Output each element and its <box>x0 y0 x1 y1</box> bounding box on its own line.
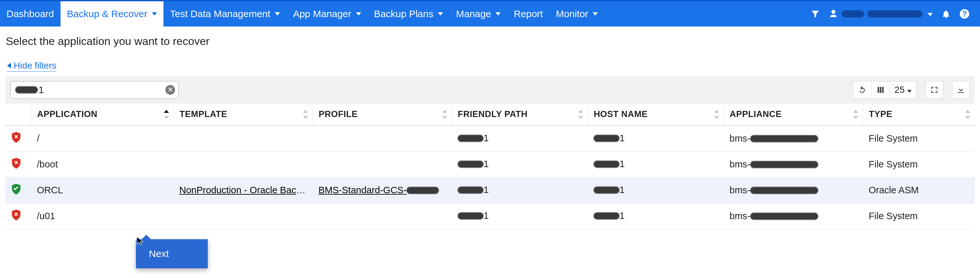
col-application[interactable]: APPLICATION <box>31 103 173 125</box>
nav-item-backup-plans[interactable]: Backup Plans <box>368 1 450 27</box>
col-appliance[interactable]: APPLIANCE <box>724 103 863 125</box>
col-friendly-path[interactable]: FRIENDLY PATH <box>452 103 588 125</box>
cell-type: File System <box>863 152 975 177</box>
cell-appliance: bms- <box>724 177 863 203</box>
nav-item-monitor[interactable]: Monitor <box>549 1 604 27</box>
help-icon[interactable]: ? <box>959 9 970 19</box>
nav-item-test-data-management[interactable]: Test Data Management <box>164 1 286 27</box>
cell-application: / <box>31 125 173 152</box>
cell-type: File System <box>863 203 975 229</box>
cell-host-name: 1 <box>588 125 724 152</box>
cell-application: /u01 <box>31 203 173 229</box>
refresh-button[interactable] <box>853 81 872 99</box>
cell-template <box>173 125 313 152</box>
cell-appliance: bms- <box>724 152 863 177</box>
page-title: Select the application you want to recov… <box>6 35 975 47</box>
cell-template <box>173 152 313 177</box>
col-host-name[interactable]: HOST NAME <box>588 103 724 125</box>
cell-type: Oracle ASM <box>863 177 975 203</box>
col-type[interactable]: TYPE <box>863 103 975 125</box>
cell-type: File System <box>863 125 975 152</box>
cell-host-name: 1 <box>588 152 724 177</box>
download-button[interactable] <box>952 81 970 99</box>
cell-host-name: 1 <box>588 177 724 203</box>
svg-text:?: ? <box>962 9 967 18</box>
page-size-select[interactable]: 25 <box>890 81 916 99</box>
nav-item-report[interactable]: Report <box>507 1 549 27</box>
shield-bad-icon <box>11 131 21 143</box>
clear-search-icon[interactable]: ✕ <box>165 85 175 95</box>
filter-icon[interactable] <box>810 9 820 19</box>
col-status[interactable] <box>5 103 31 125</box>
cell-template <box>173 203 313 229</box>
nav-item-dashboard[interactable]: Dashboard <box>0 1 60 27</box>
applications-table: APPLICATION TEMPLATE PROFILE FRIENDLY PA… <box>5 103 975 229</box>
chevron-left-icon <box>7 63 11 68</box>
cell-friendly-path: 1 <box>452 177 588 203</box>
shield-bad-icon <box>11 209 21 221</box>
cell-appliance: bms- <box>724 125 863 152</box>
nav-item-backup-recover[interactable]: Backup & Recover <box>60 1 164 27</box>
cell-template[interactable]: NonProduction - Oracle Back… <box>173 177 313 203</box>
search-text-redacted <box>15 86 38 93</box>
table-row[interactable]: /11bms-File System <box>5 125 975 152</box>
nav-item-manage[interactable]: Manage <box>450 1 507 27</box>
cell-application: /boot <box>31 152 173 177</box>
table-row[interactable]: /u0111bms-File System <box>5 203 975 229</box>
cell-profile <box>313 125 452 152</box>
col-profile[interactable]: PROFILE <box>313 103 452 125</box>
cell-profile <box>313 152 452 177</box>
table-row[interactable]: ORCLNonProduction - Oracle Back…BMS-Stan… <box>5 177 975 203</box>
cell-friendly-path: 1 <box>452 152 588 177</box>
cell-friendly-path: 1 <box>452 203 588 229</box>
columns-button[interactable] <box>872 81 890 99</box>
top-nav: DashboardBackup & RecoverTest Data Manag… <box>0 0 980 27</box>
cell-application: ORCL <box>31 177 173 203</box>
cell-friendly-path: 1 <box>452 125 588 152</box>
user-icon[interactable] <box>829 9 933 19</box>
cell-host-name: 1 <box>588 203 724 229</box>
hide-filters-link[interactable]: Hide filters <box>7 60 56 72</box>
search-text-suffix: 1 <box>38 84 44 95</box>
col-template[interactable]: TEMPLATE <box>173 103 313 125</box>
fullscreen-button[interactable] <box>926 81 943 99</box>
bell-icon[interactable] <box>941 9 951 19</box>
search-input[interactable]: 1 ✕ <box>10 81 179 99</box>
shield-bad-icon <box>11 158 21 169</box>
cell-profile <box>313 203 452 229</box>
toolbar-group: 25 <box>853 81 916 99</box>
hide-filters-label: Hide filters <box>14 60 56 71</box>
table-row[interactable]: /boot11bms-File System <box>5 152 975 177</box>
page-size-label: 25 <box>894 85 905 95</box>
shield-ok-icon <box>11 183 21 195</box>
filter-bar: 1 ✕ 25 <box>5 76 975 103</box>
cell-appliance: bms- <box>724 203 863 229</box>
nav-item-app-manager[interactable]: App Manager <box>286 1 368 27</box>
cell-profile[interactable]: BMS-Standard-GCS- <box>313 177 452 203</box>
